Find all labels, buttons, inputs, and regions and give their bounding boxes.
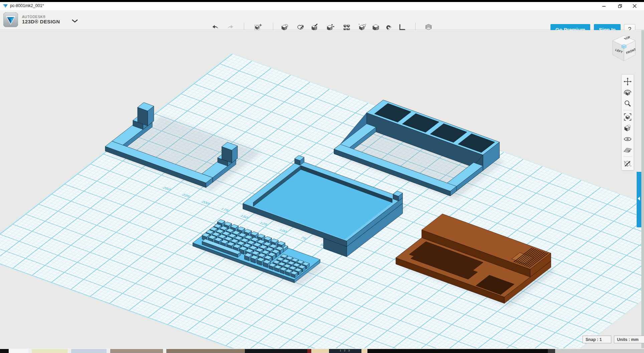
palette-fit-button[interactable]	[622, 111, 634, 122]
palette-orbit-button[interactable]	[622, 87, 634, 98]
pan-icon	[623, 77, 632, 86]
taskbar-thumbnail[interactable]	[312, 349, 329, 353]
chevron-down-icon	[72, 19, 78, 23]
taskbar-thumbnail[interactable]	[548, 349, 555, 353]
titlebar[interactable]: pc-8001mk2_001*	[0, 2, 644, 10]
close-button[interactable]	[628, 2, 641, 10]
grid-axis-label: 250	[162, 186, 172, 191]
palette-separator	[623, 156, 632, 157]
snap-setting[interactable]: Snap : 1	[583, 336, 611, 343]
orbit-icon	[623, 88, 632, 97]
grid-axis-label: 100	[278, 228, 288, 233]
taskbar-thumbnail[interactable]: 1 2 3	[329, 349, 361, 353]
expand-left-icon	[638, 197, 640, 201]
view-cube[interactable]: TOP LEFT FRONT	[607, 31, 641, 64]
app-logo-icon	[3, 4, 8, 10]
grid-axis-label: 75	[300, 236, 308, 240]
palette-zoom-button[interactable]	[622, 98, 634, 109]
grid-axis-label: 225	[181, 193, 191, 198]
main-toolbar: AUTODESK® 123D® DESIGN Go Premium Sign I…	[0, 10, 644, 30]
brand-text: AUTODESK® 123D® DESIGN	[22, 15, 60, 24]
taskbar-thumbnail[interactable]	[71, 349, 107, 353]
grid-axis-label: 200	[200, 200, 211, 205]
document-title: pc-8001mk2_001*	[10, 3, 44, 8]
minimize-icon	[602, 4, 606, 8]
minimize-button[interactable]	[597, 2, 611, 10]
viewport-canvas[interactable]: 250225200175150125100755025 TOP LEFT FRO…	[0, 30, 644, 348]
hide-icon	[623, 135, 632, 143]
123d-logo-icon	[3, 12, 18, 27]
units-setting[interactable]: Units : mm	[614, 336, 644, 343]
taskbar-thumbnail[interactable]	[555, 349, 644, 353]
taskbar-thumbnail[interactable]	[0, 349, 9, 353]
palette-separator	[623, 110, 632, 110]
taskbar-thumbnail[interactable]	[32, 349, 68, 353]
close-icon	[633, 4, 637, 8]
taskbar-thumbnail[interactable]	[307, 349, 311, 353]
restore-icon	[618, 4, 622, 8]
grid-axis-label: 175	[220, 207, 230, 212]
taskbar-thumbnail[interactable]	[9, 349, 28, 353]
sketch-grid: 250225200175150125100755025	[0, 54, 644, 348]
bottom-thumbnail-strip: 1 2 3	[0, 348, 644, 353]
palette-outline-button[interactable]	[622, 158, 634, 169]
taskbar-thumbnail[interactable]	[110, 349, 163, 353]
app-window: pc-8001mk2_001* AUTODESK® 123D® DES	[0, 0, 644, 353]
app-menu[interactable]: AUTODESK® 123D® DESIGN	[3, 12, 78, 27]
navigation-palette	[621, 74, 634, 170]
grid-toggle-icon	[623, 146, 632, 154]
grid-axis-label: 150	[239, 214, 250, 219]
zoom-icon	[623, 99, 632, 108]
outline-icon	[623, 159, 632, 168]
fit-icon	[623, 113, 632, 121]
taskbar-thumbnail[interactable]	[361, 349, 367, 353]
shaded-view-icon	[623, 124, 632, 132]
palette-hide-button[interactable]	[622, 133, 634, 144]
grid-axis-label: 125	[259, 221, 269, 226]
taskbar-thumbnail[interactable]	[367, 349, 548, 353]
grid-axis-label: 50	[319, 243, 327, 247]
taskbar-thumbnail[interactable]	[245, 349, 307, 353]
grid-axis-label: 25	[338, 250, 346, 254]
restore-button[interactable]	[613, 2, 627, 10]
collapsed-panel-handle[interactable]	[637, 172, 641, 227]
palette-pan-button[interactable]	[622, 76, 634, 87]
palette-shaded-view-button[interactable]	[622, 122, 634, 133]
palette-grid-toggle-button[interactable]	[622, 144, 634, 155]
right-edge-strip	[641, 30, 644, 348]
taskbar-thumbnail[interactable]	[166, 349, 245, 353]
